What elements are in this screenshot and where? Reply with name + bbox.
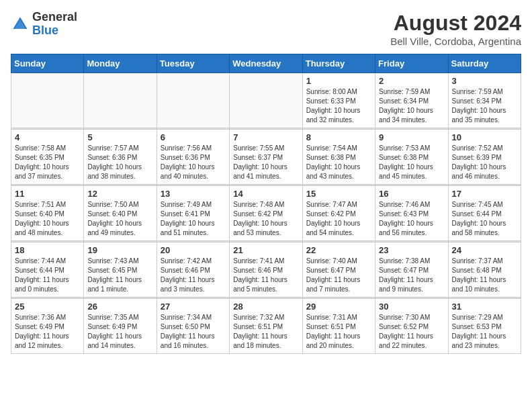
day-info: Sunrise: 7:51 AMSunset: 6:40 PMDaylight:… bbox=[15, 200, 80, 238]
day-cell: 23Sunrise: 7:38 AMSunset: 6:47 PMDayligh… bbox=[375, 242, 448, 298]
day-cell: 6Sunrise: 7:56 AMSunset: 6:36 PMDaylight… bbox=[157, 130, 229, 185]
calendar-header: SundayMondayTuesdayWednesdayThursdayFrid… bbox=[11, 54, 521, 73]
weekday-header-wednesday: Wednesday bbox=[230, 54, 302, 73]
day-number: 29 bbox=[306, 302, 371, 312]
day-number: 8 bbox=[306, 132, 371, 142]
day-cell: 7Sunrise: 7:55 AMSunset: 6:37 PMDaylight… bbox=[230, 130, 302, 185]
calendar-subtitle: Bell Ville, Cordoba, Argentina bbox=[390, 36, 521, 47]
day-number: 28 bbox=[233, 302, 298, 312]
day-number: 31 bbox=[452, 302, 517, 312]
logo-icon bbox=[11, 15, 30, 34]
day-cell: 20Sunrise: 7:42 AMSunset: 6:46 PMDayligh… bbox=[157, 242, 229, 298]
day-number: 13 bbox=[161, 189, 226, 199]
day-cell: 29Sunrise: 7:31 AMSunset: 6:51 PMDayligh… bbox=[302, 299, 375, 354]
day-number: 18 bbox=[15, 245, 80, 255]
day-info: Sunrise: 7:32 AMSunset: 6:51 PMDaylight:… bbox=[233, 313, 298, 351]
day-cell bbox=[157, 73, 229, 128]
day-info: Sunrise: 7:55 AMSunset: 6:37 PMDaylight:… bbox=[233, 144, 298, 181]
day-cell: 11Sunrise: 7:51 AMSunset: 6:40 PMDayligh… bbox=[11, 186, 84, 241]
day-cell: 3Sunrise: 7:59 AMSunset: 6:34 PMDaylight… bbox=[448, 73, 521, 128]
weekday-header-monday: Monday bbox=[84, 54, 157, 73]
calendar-title: August 2024 bbox=[390, 11, 521, 36]
day-number: 4 bbox=[15, 132, 80, 142]
day-info: Sunrise: 7:53 AMSunset: 6:38 PMDaylight:… bbox=[379, 144, 444, 181]
calendar-body: 1Sunrise: 8:00 AMSunset: 6:33 PMDaylight… bbox=[11, 73, 521, 354]
day-number: 15 bbox=[306, 189, 371, 199]
day-cell bbox=[230, 73, 302, 128]
day-number: 19 bbox=[87, 245, 152, 255]
week-row-2: 4Sunrise: 7:58 AMSunset: 6:35 PMDaylight… bbox=[11, 130, 521, 185]
day-number: 30 bbox=[379, 302, 444, 312]
week-row-1: 1Sunrise: 8:00 AMSunset: 6:33 PMDaylight… bbox=[11, 73, 521, 128]
day-cell: 31Sunrise: 7:29 AMSunset: 6:53 PMDayligh… bbox=[448, 299, 521, 354]
day-info: Sunrise: 7:41 AMSunset: 6:46 PMDaylight:… bbox=[233, 257, 298, 294]
day-cell: 13Sunrise: 7:49 AMSunset: 6:41 PMDayligh… bbox=[157, 186, 229, 241]
day-info: Sunrise: 7:38 AMSunset: 6:47 PMDaylight:… bbox=[379, 257, 444, 294]
weekday-header-sunday: Sunday bbox=[11, 54, 84, 73]
day-cell: 22Sunrise: 7:40 AMSunset: 6:47 PMDayligh… bbox=[302, 242, 375, 298]
day-number: 2 bbox=[379, 76, 444, 86]
day-info: Sunrise: 7:34 AMSunset: 6:50 PMDaylight:… bbox=[161, 313, 226, 351]
day-info: Sunrise: 7:36 AMSunset: 6:49 PMDaylight:… bbox=[15, 313, 80, 351]
day-number: 21 bbox=[233, 245, 298, 255]
day-info: Sunrise: 8:00 AMSunset: 6:33 PMDaylight:… bbox=[306, 87, 371, 125]
week-row-3: 11Sunrise: 7:51 AMSunset: 6:40 PMDayligh… bbox=[11, 186, 521, 241]
day-number: 6 bbox=[161, 132, 226, 142]
day-number: 24 bbox=[452, 245, 517, 255]
weekday-header-friday: Friday bbox=[375, 54, 448, 73]
day-cell: 18Sunrise: 7:44 AMSunset: 6:44 PMDayligh… bbox=[11, 242, 84, 298]
day-info: Sunrise: 7:59 AMSunset: 6:34 PMDaylight:… bbox=[379, 87, 444, 125]
day-number: 5 bbox=[87, 132, 152, 142]
day-number: 10 bbox=[452, 132, 517, 142]
day-info: Sunrise: 7:57 AMSunset: 6:36 PMDaylight:… bbox=[87, 144, 152, 181]
day-cell: 19Sunrise: 7:43 AMSunset: 6:45 PMDayligh… bbox=[84, 242, 157, 298]
day-cell: 17Sunrise: 7:45 AMSunset: 6:44 PMDayligh… bbox=[448, 186, 521, 241]
title-block: August 2024 Bell Ville, Cordoba, Argenti… bbox=[390, 11, 521, 47]
day-number: 26 bbox=[87, 302, 152, 312]
calendar-table: SundayMondayTuesdayWednesdayThursdayFrid… bbox=[11, 54, 521, 354]
week-row-5: 25Sunrise: 7:36 AMSunset: 6:49 PMDayligh… bbox=[11, 299, 521, 354]
day-cell: 14Sunrise: 7:48 AMSunset: 6:42 PMDayligh… bbox=[230, 186, 302, 241]
day-info: Sunrise: 7:52 AMSunset: 6:39 PMDaylight:… bbox=[452, 144, 517, 181]
day-info: Sunrise: 7:54 AMSunset: 6:38 PMDaylight:… bbox=[306, 144, 371, 181]
weekday-row: SundayMondayTuesdayWednesdayThursdayFrid… bbox=[11, 54, 521, 73]
day-number: 12 bbox=[87, 189, 152, 199]
weekday-header-saturday: Saturday bbox=[448, 54, 521, 73]
day-cell: 12Sunrise: 7:50 AMSunset: 6:40 PMDayligh… bbox=[84, 186, 157, 241]
day-cell bbox=[84, 73, 157, 128]
day-number: 25 bbox=[15, 302, 80, 312]
day-number: 22 bbox=[306, 245, 371, 255]
day-cell: 2Sunrise: 7:59 AMSunset: 6:34 PMDaylight… bbox=[375, 73, 448, 128]
day-cell: 15Sunrise: 7:47 AMSunset: 6:42 PMDayligh… bbox=[302, 186, 375, 241]
day-cell: 16Sunrise: 7:46 AMSunset: 6:43 PMDayligh… bbox=[375, 186, 448, 241]
weekday-header-tuesday: Tuesday bbox=[157, 54, 229, 73]
day-info: Sunrise: 7:42 AMSunset: 6:46 PMDaylight:… bbox=[161, 257, 226, 294]
logo-text: General Blue bbox=[32, 11, 77, 38]
day-cell bbox=[11, 73, 84, 128]
day-info: Sunrise: 7:56 AMSunset: 6:36 PMDaylight:… bbox=[161, 144, 226, 181]
page-header: General Blue August 2024 Bell Ville, Cor… bbox=[11, 11, 521, 47]
day-number: 17 bbox=[452, 189, 517, 199]
day-cell: 27Sunrise: 7:34 AMSunset: 6:50 PMDayligh… bbox=[157, 299, 229, 354]
day-number: 23 bbox=[379, 245, 444, 255]
week-row-4: 18Sunrise: 7:44 AMSunset: 6:44 PMDayligh… bbox=[11, 242, 521, 298]
logo: General Blue bbox=[11, 11, 77, 38]
day-number: 20 bbox=[161, 245, 226, 255]
day-cell: 10Sunrise: 7:52 AMSunset: 6:39 PMDayligh… bbox=[448, 130, 521, 185]
day-cell: 9Sunrise: 7:53 AMSunset: 6:38 PMDaylight… bbox=[375, 130, 448, 185]
day-info: Sunrise: 7:44 AMSunset: 6:44 PMDaylight:… bbox=[15, 257, 80, 294]
day-cell: 24Sunrise: 7:37 AMSunset: 6:48 PMDayligh… bbox=[448, 242, 521, 298]
day-info: Sunrise: 7:47 AMSunset: 6:42 PMDaylight:… bbox=[306, 200, 371, 238]
day-number: 1 bbox=[306, 76, 371, 86]
day-number: 14 bbox=[233, 189, 298, 199]
day-info: Sunrise: 7:30 AMSunset: 6:52 PMDaylight:… bbox=[379, 313, 444, 351]
day-number: 7 bbox=[233, 132, 298, 142]
day-info: Sunrise: 7:58 AMSunset: 6:35 PMDaylight:… bbox=[15, 144, 80, 181]
day-info: Sunrise: 7:59 AMSunset: 6:34 PMDaylight:… bbox=[452, 87, 517, 125]
day-info: Sunrise: 7:45 AMSunset: 6:44 PMDaylight:… bbox=[452, 200, 517, 238]
day-info: Sunrise: 7:31 AMSunset: 6:51 PMDaylight:… bbox=[306, 313, 371, 351]
day-number: 3 bbox=[452, 76, 517, 86]
day-info: Sunrise: 7:46 AMSunset: 6:43 PMDaylight:… bbox=[379, 200, 444, 238]
day-cell: 30Sunrise: 7:30 AMSunset: 6:52 PMDayligh… bbox=[375, 299, 448, 354]
day-info: Sunrise: 7:48 AMSunset: 6:42 PMDaylight:… bbox=[233, 200, 298, 238]
